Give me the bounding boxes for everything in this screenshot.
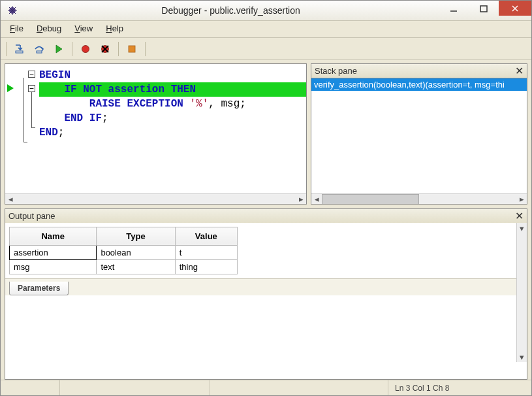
status-cursor-pos: Ln 3 Col 1 Ch 8 <box>388 380 531 395</box>
menu-help[interactable]: Help <box>99 21 130 37</box>
scroll-left-icon[interactable]: ◂ <box>311 194 322 205</box>
code-line[interactable]: BEGIN <box>39 68 306 82</box>
svg-rect-7 <box>129 46 135 52</box>
titlebar: Debugger - public.verify_assertion <box>1 1 531 21</box>
stop-button[interactable] <box>123 41 141 58</box>
output-pane-title: Output pane <box>8 211 55 221</box>
output-tabstrip: Parameters <box>5 278 527 295</box>
menu-debug[interactable]: Debug <box>30 21 68 37</box>
scroll-right-icon[interactable]: ▸ <box>516 194 527 205</box>
scroll-left-icon[interactable]: ◂ <box>5 194 16 205</box>
output-body: Name Type Value assertionbooleantmsgtext… <box>5 223 527 380</box>
output-pane-close-icon[interactable]: ✕ <box>515 210 524 222</box>
clear-breakpoints-icon <box>99 43 111 55</box>
code-line[interactable]: END; <box>39 125 306 140</box>
code-pane: − − BEGIN IF NOT assertion THEN RAISE EX… <box>5 63 307 205</box>
toolbar-sep <box>118 42 119 56</box>
stop-icon <box>126 43 138 55</box>
status-cell <box>1 380 59 395</box>
code-line[interactable]: RAISE EXCEPTION '%', msg; <box>39 97 306 111</box>
toolbar-sep <box>145 42 146 56</box>
fold-toggle[interactable]: − <box>28 71 35 78</box>
code-line[interactable]: END IF; <box>39 111 306 125</box>
fold-toggle[interactable]: − <box>28 85 35 92</box>
stack-frame[interactable]: verify_assertion(boolean,text)(assertion… <box>311 78 527 91</box>
scroll-up-icon[interactable]: ▾ <box>517 223 527 233</box>
scroll-track[interactable] <box>16 194 296 205</box>
toolbar-sep <box>72 42 72 56</box>
window-controls <box>439 1 531 20</box>
menu-view[interactable]: View <box>68 21 99 37</box>
table-cell[interactable]: boolean <box>97 246 175 260</box>
svg-rect-4 <box>37 51 42 53</box>
stack-pane-close-icon[interactable]: ✕ <box>515 65 524 77</box>
output-vscroll[interactable]: ▾ ▾ <box>516 223 527 362</box>
fold-guide <box>23 142 27 142</box>
col-type[interactable]: Type <box>97 227 175 246</box>
statusbar: Ln 3 Col 1 Ch 8 <box>1 380 531 395</box>
stack-pane: Stack pane ✕ verify_assertion(boolean,te… <box>311 63 527 205</box>
code-hscroll[interactable]: ◂ ▸ <box>5 193 306 204</box>
status-cell <box>210 380 388 395</box>
stack-pane-header: Stack pane ✕ <box>311 63 527 78</box>
table-row[interactable]: msgtextthing <box>10 260 238 274</box>
col-value[interactable]: Value <box>175 227 237 246</box>
table-row[interactable]: assertionbooleant <box>10 246 238 260</box>
col-name[interactable]: Name <box>10 227 97 246</box>
toggle-breakpoint-button[interactable] <box>76 41 95 58</box>
app-icon <box>7 5 18 16</box>
table-cell[interactable]: text <box>97 260 175 274</box>
menubar: File Debug View Help <box>1 21 531 38</box>
code-line[interactable]: IF NOT assertion THEN <box>39 82 306 97</box>
clear-breakpoints-button[interactable] <box>96 41 114 58</box>
tab-parameters[interactable]: Parameters <box>9 282 69 295</box>
step-over-icon <box>33 43 45 55</box>
window-title: Debugger - public.verify_assertion <box>23 5 439 16</box>
close-button[interactable] <box>499 1 531 16</box>
step-into-icon <box>14 43 25 55</box>
scroll-track[interactable] <box>322 194 516 205</box>
debugger-window: Debugger - public.verify_assertion File … <box>0 0 532 396</box>
status-cell <box>59 380 210 395</box>
code-editor[interactable]: − − BEGIN IF NOT assertion THEN RAISE EX… <box>5 63 307 205</box>
stack-pane-title: Stack pane <box>315 66 357 76</box>
main-split: − − BEGIN IF NOT assertion THEN RAISE EX… <box>1 60 531 205</box>
continue-button[interactable] <box>50 41 68 58</box>
stack-list[interactable]: verify_assertion(boolean,text)(assertion… <box>311 78 527 205</box>
toolbar-sep <box>6 42 7 56</box>
scroll-right-icon[interactable]: ▸ <box>296 194 306 205</box>
current-line-arrow <box>7 84 14 92</box>
stack-hscroll[interactable]: ◂ ▸ <box>311 193 527 204</box>
breakpoint-icon <box>80 43 91 55</box>
step-into-button[interactable] <box>10 41 29 58</box>
output-pane: Output pane ✕ Name Type Value assertionb… <box>1 205 531 380</box>
fold-guide <box>31 92 32 128</box>
fold-guide <box>31 127 35 128</box>
maximize-button[interactable] <box>469 1 499 16</box>
fold-guide <box>23 78 24 142</box>
scroll-down-icon[interactable]: ▾ <box>517 352 527 362</box>
table-cell[interactable]: thing <box>175 260 237 274</box>
output-pane-header: Output pane ✕ <box>5 208 527 223</box>
table-cell[interactable]: msg <box>10 260 97 274</box>
svg-rect-3 <box>16 51 23 53</box>
minimize-button[interactable] <box>439 1 469 16</box>
play-icon <box>53 43 65 55</box>
svg-point-5 <box>82 45 89 52</box>
menu-file[interactable]: File <box>3 21 30 37</box>
step-over-button[interactable] <box>30 41 48 58</box>
code-gutter: − − <box>5 64 39 193</box>
toolbar <box>1 38 531 60</box>
parameters-table[interactable]: Name Type Value assertionbooleantmsgtext… <box>9 227 238 274</box>
table-cell[interactable]: t <box>175 246 237 260</box>
code-content: BEGIN IF NOT assertion THEN RAISE EXCEPT… <box>39 64 306 193</box>
table-cell[interactable]: assertion <box>10 246 97 260</box>
svg-rect-2 <box>480 6 487 12</box>
